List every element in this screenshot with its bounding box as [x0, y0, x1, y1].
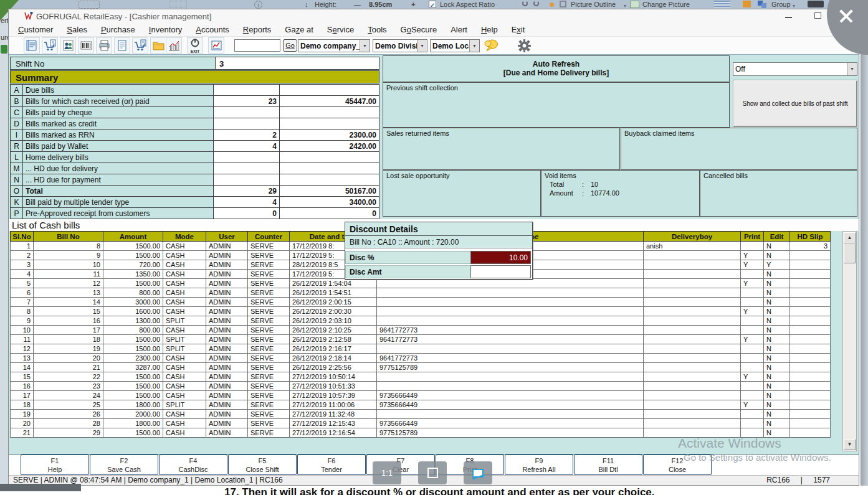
- report-button[interactable]: [208, 37, 224, 54]
- snip-overlay-button[interactable]: [464, 461, 492, 484]
- menu-item-tools[interactable]: Tools: [361, 22, 393, 37]
- fkey-f11[interactable]: F11Bill Dtl: [574, 455, 642, 475]
- col-header-counter[interactable]: Counter: [248, 232, 290, 242]
- table-row[interactable]: 12191500.00SPLITADMINSERVE26/12/2019 2:1…: [11, 344, 831, 354]
- table-row[interactable]: 20281800.00CASHADMINSERVE27/12/2019 12:1…: [11, 419, 831, 428]
- purchase-cart-button[interactable]: [132, 37, 148, 54]
- shift-no-value[interactable]: 3: [215, 57, 379, 70]
- col-header-mode[interactable]: Mode: [163, 232, 206, 242]
- rotate-left-icon[interactable]: [522, 1, 528, 6]
- bill-button[interactable]: [24, 37, 40, 54]
- table-row[interactable]: 17241500.00CASHADMINSERVE27/12/2019 10:5…: [11, 391, 831, 400]
- table-row[interactable]: 11181500.00SPLITADMINSERVE26/12/2019 2:1…: [11, 335, 831, 344]
- selection-icon[interactable]: [169, 1, 187, 8]
- lock-aspect-checkbox[interactable]: ✓: [429, 1, 436, 8]
- document-button[interactable]: [114, 37, 130, 54]
- menu-item-service[interactable]: Service: [320, 22, 361, 37]
- combo-caret-icon[interactable]: ▼: [469, 40, 479, 52]
- menu-item-accounts[interactable]: Accounts: [189, 22, 236, 37]
- table-row[interactable]: 8151600.00CASHADMINSERVE26/12/2019 2:00:…: [11, 307, 831, 316]
- menu-item-inventory[interactable]: Inventory: [142, 22, 189, 37]
- location-select[interactable]: Demo Location▼: [430, 39, 480, 52]
- cell: CASH: [163, 307, 206, 316]
- fkey-f9[interactable]: F9Refresh All: [505, 455, 573, 475]
- combo-caret-icon[interactable]: ▼: [417, 40, 427, 52]
- picture-outline-button[interactable]: Picture Outline: [571, 1, 616, 9]
- summary-row-O: OTotal2950167.00: [11, 186, 379, 197]
- table-row[interactable]: 9161300.00SPLITADMINSERVE26/12/2019 2:03…: [11, 316, 831, 326]
- col-header-print[interactable]: Print: [741, 232, 764, 242]
- table-row[interactable]: 5121500.00CASHADMINSERVE26/12/2019 1:54:…: [11, 279, 831, 288]
- auto-refresh-select[interactable]: Off▼: [733, 62, 857, 76]
- col-header-user[interactable]: User: [206, 232, 248, 242]
- printer-button[interactable]: [96, 37, 112, 54]
- exit-button[interactable]: EXIT: [187, 37, 203, 54]
- col-header-hd-slip[interactable]: HD Slip: [790, 232, 831, 242]
- table-row[interactable]: 16231500.00CASHADMINSERVE27/12/2019 10:5…: [11, 382, 831, 391]
- menu-item-sales[interactable]: Sales: [60, 22, 94, 37]
- col-header-edit[interactable]: Edit: [764, 232, 790, 242]
- table-row[interactable]: 1017800.00CASHADMINSERVE26/12/2019 2:10:…: [11, 326, 831, 335]
- col-header-bill-no[interactable]: Bill No: [34, 232, 103, 242]
- scroll-down-icon[interactable]: ▼: [844, 439, 856, 450]
- barcode-button[interactable]: [78, 37, 94, 54]
- cell: [644, 363, 741, 372]
- fkey-f5[interactable]: F5Close Shift: [228, 455, 297, 475]
- change-picture-button[interactable]: Change Picture: [642, 1, 690, 9]
- contacts-button[interactable]: [60, 37, 76, 54]
- fkey-f6[interactable]: F6Tender: [297, 455, 366, 475]
- minimize-button[interactable]: [785, 17, 792, 18]
- table-row[interactable]: 15221500.00CASHADMINSERVE27/12/2019 10:5…: [11, 372, 831, 382]
- textbox-icon[interactable]: [79, 1, 100, 9]
- group-button[interactable]: Group: [771, 1, 791, 9]
- menu-item-customer[interactable]: Customer: [11, 22, 60, 37]
- settings-gear-icon[interactable]: [517, 39, 532, 55]
- rotate-right-icon[interactable]: [533, 1, 539, 6]
- company-select[interactable]: Demo company_▼: [298, 39, 370, 52]
- col-header-amount[interactable]: Amount: [103, 232, 163, 242]
- menu-item-alert[interactable]: Alert: [444, 22, 474, 37]
- scroll-thumb[interactable]: [844, 243, 856, 263]
- height-minus-button[interactable]: —: [354, 1, 361, 9]
- combo-caret-icon[interactable]: ▼: [360, 40, 370, 52]
- info-icon[interactable]: i: [254, 1, 262, 9]
- disc-amount-field[interactable]: [470, 265, 531, 278]
- height-plus-button[interactable]: +: [411, 1, 415, 9]
- bills-scrollbar[interactable]: ▲ ▼: [842, 231, 857, 451]
- menu-item-reports[interactable]: Reports: [236, 22, 279, 37]
- table-row[interactable]: 13202300.00CASHADMINSERVE26/12/2019 2:18…: [11, 354, 831, 363]
- collect-due-bills-button[interactable]: Show and collect due bills of past shift: [733, 80, 857, 127]
- disc-percent-field[interactable]: 10.00: [470, 251, 531, 264]
- table-row[interactable]: 14213287.00CASHADMINSERVE26/12/2019 2:25…: [11, 363, 831, 372]
- go-button[interactable]: Go: [283, 39, 297, 52]
- search-input[interactable]: [234, 39, 280, 52]
- col-header-sl-no[interactable]: Sl.No: [11, 232, 34, 242]
- color-swatch-icon[interactable]: [743, 1, 751, 7]
- fkey-f1[interactable]: F1Help: [21, 455, 89, 475]
- col-header-deliveryboy[interactable]: Deliveryboy: [644, 232, 741, 242]
- combo-caret-icon[interactable]: ▼: [847, 63, 857, 75]
- align-icon[interactable]: [714, 1, 730, 7]
- menu-item-gaze-at[interactable]: Gaze at: [278, 22, 320, 37]
- table-row[interactable]: 18251800.00SPLITADMINSERVE27/12/2019 11:…: [11, 400, 831, 410]
- zoom-ratio-overlay-button[interactable]: 1:1: [373, 461, 401, 484]
- folder-button[interactable]: [150, 37, 166, 54]
- menu-item-gosecure[interactable]: GoSecure: [394, 22, 444, 37]
- fkey-f4[interactable]: F4CashDisc: [159, 455, 227, 475]
- pane-icon[interactable]: [808, 1, 824, 7]
- crop-overlay-button[interactable]: [418, 461, 447, 484]
- table-row[interactable]: 7143000.00CASHADMINSERVE26/12/2019 2:00:…: [11, 298, 831, 307]
- scroll-up-icon[interactable]: ▲: [844, 232, 856, 243]
- feedback-speech-icon[interactable]: [484, 39, 499, 55]
- sales-cart-button[interactable]: [42, 37, 58, 54]
- menu-item-help[interactable]: Help: [474, 22, 505, 37]
- restore-button[interactable]: [814, 12, 821, 19]
- menu-item-exit[interactable]: Exit: [505, 22, 532, 37]
- height-value[interactable]: 8.95cm: [369, 1, 392, 9]
- table-row[interactable]: 613800.00CASHADMINSERVE26/12/2019 1:54:5…: [11, 288, 831, 298]
- division-select[interactable]: Demo Division▼: [373, 39, 427, 52]
- menu-item-purchase[interactable]: Purchase: [94, 22, 142, 37]
- fkey-f2[interactable]: F2Save Cash: [90, 455, 158, 475]
- chart-button[interactable]: [166, 37, 182, 54]
- table-row[interactable]: 19262000.00CASHADMINSERVE27/12/2019 11:3…: [11, 410, 831, 419]
